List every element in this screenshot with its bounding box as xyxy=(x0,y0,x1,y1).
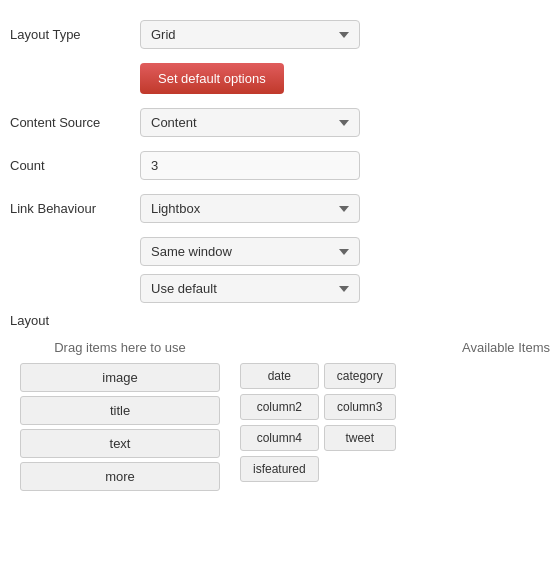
layout-container: Drag items here to use image title text … xyxy=(20,340,550,495)
content-source-row: Content Source Content Blog Products Cus… xyxy=(10,108,550,137)
available-item-column4[interactable]: column4 xyxy=(240,425,319,451)
layout-label: Layout xyxy=(10,313,550,328)
link-target-row: Same window New window Use default Custo… xyxy=(10,237,550,303)
count-input[interactable] xyxy=(140,151,360,180)
available-item-isfeatured[interactable]: isfeatured xyxy=(240,456,319,482)
available-item-column3[interactable]: column3 xyxy=(324,394,396,420)
available-item-category[interactable]: category xyxy=(324,363,396,389)
available-items-title: Available Items xyxy=(240,340,550,355)
link-target-select[interactable]: Same window New window xyxy=(140,237,360,266)
set-default-button[interactable]: Set default options xyxy=(140,63,284,94)
content-source-select[interactable]: Content Blog Products Custom xyxy=(140,108,360,137)
drag-area-title: Drag items here to use xyxy=(54,340,186,355)
count-row: Count xyxy=(10,151,550,180)
drag-item-more[interactable]: more xyxy=(20,462,220,491)
available-item-date[interactable]: date xyxy=(240,363,319,389)
available-area: Available Items date category column2 co… xyxy=(240,340,550,495)
link-behaviour-select[interactable]: Lightbox Link None xyxy=(140,194,360,223)
layout-type-label: Layout Type xyxy=(10,27,140,42)
layout-type-row: Layout Type Grid List Slider Masonry xyxy=(10,20,550,49)
content-source-label: Content Source xyxy=(10,115,140,130)
drag-item-image[interactable]: image xyxy=(20,363,220,392)
drag-item-title[interactable]: title xyxy=(20,396,220,425)
layout-section: Layout Drag items here to use image titl… xyxy=(10,313,550,495)
available-item-column2[interactable]: column2 xyxy=(240,394,319,420)
drag-item-text[interactable]: text xyxy=(20,429,220,458)
drag-area: Drag items here to use image title text … xyxy=(20,340,220,495)
layout-type-select[interactable]: Grid List Slider Masonry xyxy=(140,20,360,49)
available-items-grid: date category column2 column3 column4 tw… xyxy=(240,363,396,482)
count-label: Count xyxy=(10,158,140,173)
link-default-select[interactable]: Use default Custom URL xyxy=(140,274,360,303)
link-behaviour-label: Link Behaviour xyxy=(10,201,140,216)
indented-selects: Same window New window Use default Custo… xyxy=(140,237,360,303)
link-behaviour-row: Link Behaviour Lightbox Link None xyxy=(10,194,550,223)
available-item-tweet[interactable]: tweet xyxy=(324,425,396,451)
